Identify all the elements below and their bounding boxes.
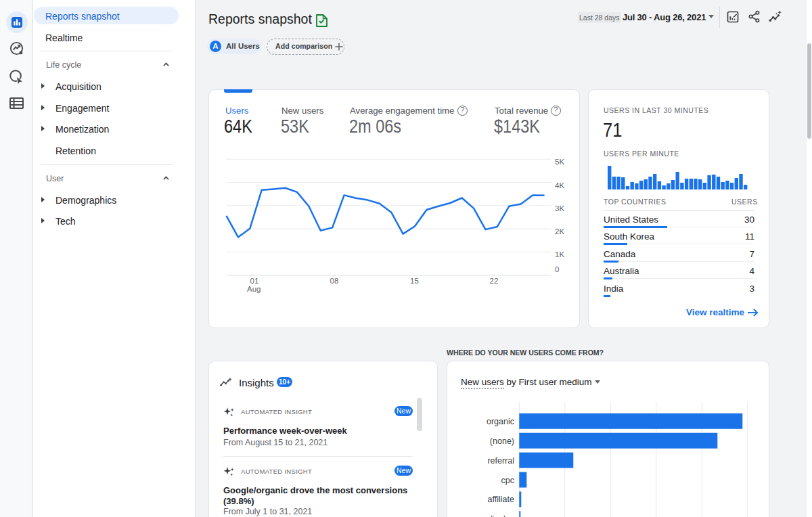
svg-text:0: 0 bbox=[555, 265, 559, 273]
svg-text:3K: 3K bbox=[555, 204, 564, 212]
svg-text:affiliate: affiliate bbox=[488, 495, 514, 504]
svg-text:15: 15 bbox=[410, 277, 419, 285]
svg-text:01: 01 bbox=[250, 277, 259, 285]
svg-text:2K: 2K bbox=[555, 227, 564, 235]
svg-text:referral: referral bbox=[487, 456, 514, 466]
svg-text:cpc: cpc bbox=[501, 476, 514, 485]
svg-text:display: display bbox=[488, 514, 515, 517]
svg-text:08: 08 bbox=[330, 277, 339, 285]
svg-text:Aug: Aug bbox=[247, 285, 261, 293]
svg-text:1K: 1K bbox=[555, 250, 564, 258]
svg-text:5K: 5K bbox=[555, 158, 564, 166]
svg-text:4K: 4K bbox=[555, 181, 564, 189]
svg-text:22: 22 bbox=[490, 277, 499, 285]
svg-text:(none): (none) bbox=[490, 436, 514, 446]
svg-text:organic: organic bbox=[487, 417, 514, 426]
